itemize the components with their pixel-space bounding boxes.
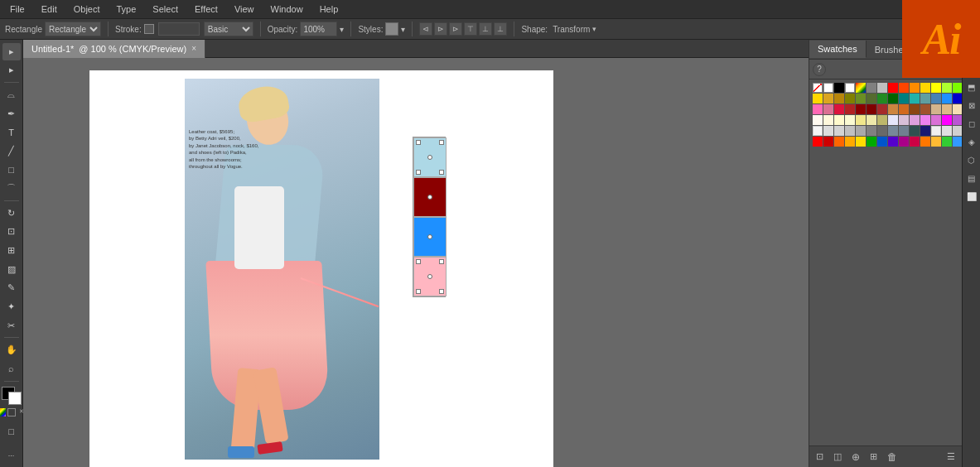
transform-arrow[interactable]: ▾ — [592, 25, 596, 33]
sw-r4-7[interactable] — [877, 115, 887, 125]
sw-r6-3[interactable] — [834, 137, 844, 147]
sw-r5-12[interactable] — [931, 126, 941, 136]
menu-help[interactable]: Help — [316, 2, 342, 16]
sw-r6-2[interactable] — [823, 137, 833, 147]
scissors-btn[interactable]: ✂ — [2, 317, 21, 335]
styles-swatch[interactable] — [385, 22, 398, 36]
menu-select[interactable]: Select — [149, 2, 181, 16]
sw-r2-5[interactable] — [856, 94, 866, 104]
gold-swatch[interactable] — [920, 83, 930, 93]
sw-r5-13[interactable] — [942, 126, 952, 136]
menu-edit[interactable]: Edit — [38, 2, 60, 16]
sw-r5-5[interactable] — [856, 126, 866, 136]
color-mode-btn[interactable] — [0, 408, 6, 416]
white-swatch[interactable] — [845, 83, 855, 93]
panel-help-btn[interactable]: ? — [813, 63, 826, 76]
eyedropper-btn[interactable]: ✎ — [2, 280, 21, 297]
sw-r6-13[interactable] — [942, 137, 952, 147]
swatches-tab[interactable]: Swatches — [809, 41, 867, 58]
sw-r6-9[interactable] — [899, 137, 909, 147]
sw-r4-3[interactable] — [834, 115, 844, 125]
sw-r4-6[interactable] — [867, 115, 876, 125]
align-left-btn[interactable]: ⊲ — [419, 22, 432, 36]
sw-r3-7[interactable] — [877, 104, 887, 114]
sw-r4-2[interactable] — [823, 115, 833, 125]
sw-r5-3[interactable] — [834, 126, 844, 136]
sw-r2-10[interactable] — [910, 94, 920, 104]
sw-r2-12[interactable] — [931, 94, 941, 104]
sw-r4-5[interactable] — [856, 115, 866, 125]
sw-r4-10[interactable] — [910, 115, 920, 125]
sw-r4-4[interactable] — [845, 115, 855, 125]
menu-window[interactable]: Window — [268, 2, 307, 16]
graph-btn[interactable]: ⊞ — [2, 242, 21, 259]
appearance-icon-btn[interactable]: ◈ — [964, 134, 979, 149]
canvas-swatch-dark-red[interactable] — [413, 177, 447, 217]
sw-r6-12[interactable] — [931, 137, 941, 147]
sw-r3-5[interactable] — [856, 104, 866, 114]
canvas-content[interactable]: Leather coat, $5695; by Betty Adri veil,… — [23, 58, 809, 467]
sw-r2-14[interactable] — [953, 94, 962, 104]
align-top-btn[interactable]: ⊤ — [464, 22, 477, 36]
sw-r5-4[interactable] — [845, 126, 855, 136]
stroke-weight-input[interactable] — [158, 22, 200, 36]
blend-btn[interactable]: ✦ — [2, 298, 21, 315]
sw-r5-10[interactable] — [910, 126, 920, 136]
direct-select-btn[interactable]: ▸ — [2, 62, 21, 79]
sw-r4-1[interactable] — [813, 115, 823, 125]
sw-r6-10[interactable] — [910, 137, 920, 147]
sw-r3-11[interactable] — [920, 104, 930, 114]
stroke-type-dropdown[interactable]: Basic — [204, 22, 253, 36]
sw-r5-11[interactable] — [920, 126, 930, 136]
sw-r3-4[interactable] — [845, 104, 855, 114]
sw-r4-12[interactable] — [931, 115, 941, 125]
lasso-btn[interactable]: ⌓ — [2, 86, 21, 104]
sw-r2-11[interactable] — [920, 94, 930, 104]
align-right-btn[interactable]: ⊳ — [449, 22, 462, 36]
black-swatch[interactable] — [834, 83, 844, 93]
sw-r3-2[interactable] — [823, 104, 833, 114]
styles-arrow[interactable]: ▾ — [401, 25, 405, 34]
new-swatch-btn[interactable]: ⊕ — [848, 450, 863, 464]
type-btn[interactable]: T — [2, 124, 21, 142]
canvas-swatch-pink[interactable] — [413, 257, 447, 296]
menu-type[interactable]: Type — [113, 2, 140, 16]
sw-r5-1[interactable] — [813, 126, 823, 136]
sw-r6-5[interactable] — [856, 137, 866, 147]
document-tab[interactable]: Untitled-1* @ 100 % (CMYK/Preview) × — [23, 40, 205, 58]
graphic-styles-btn[interactable]: ⬡ — [964, 152, 979, 167]
layers-btn[interactable]: ▤ — [964, 171, 979, 185]
yellow-swatch[interactable] — [931, 83, 941, 93]
sw-r6-4[interactable] — [845, 137, 855, 147]
red-swatch[interactable] — [888, 83, 898, 93]
sw-r2-6[interactable] — [867, 94, 876, 104]
sw-r4-14[interactable] — [953, 115, 962, 125]
sw-r6-11[interactable] — [920, 137, 930, 147]
hand-btn[interactable]: ✋ — [2, 341, 21, 359]
align-middle-btn[interactable]: ⊥ — [479, 22, 492, 36]
sw-r3-12[interactable] — [931, 104, 941, 114]
sw-r3-3[interactable] — [834, 104, 844, 114]
sw-r2-9[interactable] — [899, 94, 909, 104]
sw-r6-7[interactable] — [877, 137, 887, 147]
sw-r6-8[interactable] — [888, 137, 898, 147]
paint-btn[interactable]: ⌒ — [2, 180, 21, 197]
edit-swatch-btn[interactable]: ⊞ — [867, 450, 881, 463]
sw-r5-8[interactable] — [888, 126, 898, 136]
shape-dropdown[interactable]: Rectangle — [45, 22, 101, 36]
sw-r3-14[interactable] — [953, 104, 962, 114]
sw-r3-8[interactable] — [888, 104, 898, 114]
sw-r5-9[interactable] — [899, 126, 909, 136]
sw-r3-6[interactable] — [867, 104, 876, 114]
menu-file[interactable]: File — [7, 2, 28, 16]
sw-r2-1[interactable] — [813, 94, 823, 104]
background-color[interactable] — [8, 392, 22, 405]
line-btn[interactable]: ╱ — [2, 142, 21, 160]
silver-swatch[interactable] — [877, 83, 887, 93]
canvas-swatch-blue-light[interactable] — [413, 137, 447, 177]
tab-close-btn[interactable]: × — [191, 44, 196, 53]
zoom-btn[interactable]: ⌕ — [2, 360, 21, 378]
delete-swatch-btn[interactable]: 🗑 — [884, 450, 900, 464]
sw-r3-1[interactable] — [813, 104, 823, 114]
dark-orange-swatch[interactable] — [910, 83, 920, 93]
